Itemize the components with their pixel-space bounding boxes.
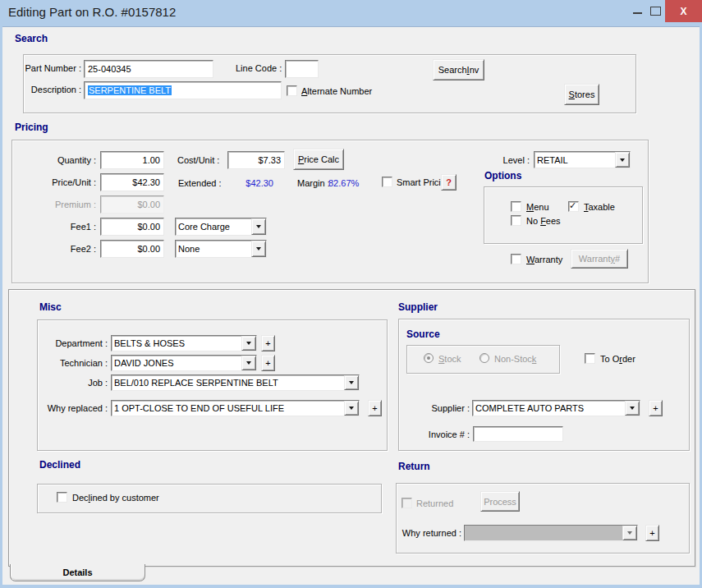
why-returned-label: Why returned : — [391, 528, 461, 539]
stock-label: Stock — [438, 354, 461, 365]
chevron-down-icon — [349, 381, 354, 384]
alternate-number-checkbox[interactable] — [287, 85, 297, 96]
options-panel — [484, 186, 643, 244]
why-replaced-select[interactable]: 1 OPT-CLOSE TO END OF USEFUL LIFE — [111, 400, 360, 416]
process-button: Process — [480, 491, 520, 512]
stock-radio — [424, 353, 434, 363]
department-label: Department : — [30, 338, 108, 349]
description-selected-text: SERPENTINE BELT — [88, 85, 172, 95]
smart-pricing-help-button[interactable]: ? — [441, 174, 457, 191]
price-calc-button[interactable]: Price Calc — [293, 149, 344, 170]
department-value: BELTS & HOSES — [112, 336, 241, 351]
stores-button[interactable]: Stores — [564, 84, 599, 105]
job-label: Job : — [30, 378, 108, 388]
options-section-header: Options — [484, 170, 521, 181]
fee1-field[interactable]: $0.00 — [100, 218, 164, 236]
fee2-field[interactable]: $0.00 — [100, 240, 164, 258]
description-field[interactable]: SERPENTINE BELT — [84, 81, 282, 99]
supplier-dropdown-arrow[interactable] — [625, 401, 640, 416]
menu-label: Menu — [526, 202, 549, 213]
non-stock-radio — [479, 353, 489, 363]
fee1-type-select[interactable]: Core Charge — [175, 218, 267, 236]
level-select[interactable]: RETAIL — [534, 151, 631, 168]
margin-value: 82.67% — [328, 178, 359, 189]
return-section-header: Return — [398, 461, 430, 472]
technician-dropdown-arrow[interactable] — [241, 356, 256, 370]
tab-details[interactable]: Details — [10, 564, 145, 581]
technician-value: DAVID JONES — [112, 356, 241, 370]
fee2-label: Fee2 : — [16, 244, 96, 255]
chevron-down-icon — [246, 342, 251, 345]
add-why-returned-button[interactable]: + — [645, 525, 659, 541]
department-select[interactable]: BELTS & HOSES — [111, 335, 257, 351]
job-value: BEL/010 REPLACE SERPENTINE BELT — [112, 375, 344, 390]
alternate-number-label: Alternate Number — [301, 86, 372, 97]
chevron-down-icon — [256, 225, 261, 228]
warranty-label: Warranty — [526, 255, 562, 265]
chevron-down-icon — [256, 247, 261, 250]
fee2-type-value: None — [176, 241, 251, 257]
cost-unit-field[interactable]: $7.33 — [227, 151, 285, 169]
job-select[interactable]: BEL/010 REPLACE SERPENTINE BELT — [111, 374, 360, 391]
quantity-label: Quantity : — [16, 155, 96, 166]
level-label: Level : — [493, 155, 530, 166]
fee1-type-value: Core Charge — [176, 218, 251, 235]
level-dropdown-arrow[interactable] — [615, 152, 630, 168]
warranty-number-button: Warranty # — [571, 249, 628, 269]
chevron-down-icon — [246, 361, 251, 365]
price-unit-field[interactable]: $42.30 — [100, 173, 164, 191]
why-returned-value — [465, 526, 622, 540]
chevron-down-icon — [627, 531, 632, 535]
supplier-section-header: Supplier — [398, 301, 438, 313]
maximize-icon — [650, 7, 661, 16]
smart-pricing-checkbox[interactable] — [382, 177, 392, 187]
department-dropdown-arrow[interactable] — [241, 336, 256, 351]
chevron-down-icon — [349, 407, 354, 410]
add-technician-button[interactable]: + — [261, 355, 275, 371]
misc-section-header: Misc — [39, 301, 62, 313]
minimize-button[interactable] — [629, 3, 647, 21]
why-replaced-dropdown-arrow[interactable] — [344, 401, 359, 416]
search-section-header: Search — [15, 33, 48, 44]
invoice-field[interactable] — [473, 426, 563, 442]
line-code-field[interactable] — [285, 60, 319, 78]
part-number-label: Part Number : — [23, 63, 81, 74]
add-supplier-button[interactable]: + — [649, 400, 663, 416]
quantity-field[interactable]: 1.00 — [100, 151, 164, 169]
cost-unit-label: Cost/Unit : — [177, 155, 219, 166]
warranty-checkbox[interactable] — [511, 254, 521, 264]
add-department-button[interactable]: + — [261, 335, 275, 351]
close-button[interactable]: X — [665, 0, 702, 22]
to-order-checkbox[interactable] — [585, 353, 595, 364]
fee2-dropdown-arrow[interactable] — [251, 241, 266, 257]
returned-checkbox — [401, 498, 412, 508]
technician-select[interactable]: DAVID JONES — [111, 355, 257, 371]
maximize-button[interactable] — [647, 3, 665, 21]
returned-label: Returned — [416, 498, 453, 509]
source-section-header: Source — [406, 328, 440, 340]
why-replaced-value: 1 OPT-CLOSE TO END OF USEFUL LIFE — [112, 401, 344, 416]
search-inv-button[interactable]: Search Inv — [433, 59, 484, 80]
taxable-checkbox[interactable] — [568, 201, 579, 212]
supplier-select[interactable]: COMPLETE AUTO PARTS — [472, 400, 640, 416]
premium-field: $0.00 — [100, 195, 164, 214]
taxable-label: Taxable — [584, 202, 615, 213]
menu-checkbox[interactable] — [511, 201, 521, 212]
fee1-dropdown-arrow[interactable] — [251, 218, 266, 235]
no-fees-checkbox[interactable] — [511, 215, 521, 226]
premium-label: Premium : — [16, 200, 96, 210]
fee2-type-select[interactable]: None — [175, 240, 267, 258]
description-label: Description : — [23, 85, 81, 95]
chevron-down-icon — [620, 158, 625, 162]
part-number-field[interactable]: 25-040345 — [84, 60, 213, 78]
line-code-label: Line Code : — [236, 63, 282, 74]
no-fees-label: No Fees — [526, 216, 561, 227]
job-dropdown-arrow[interactable] — [344, 375, 359, 390]
pricing-section-header: Pricing — [15, 122, 48, 133]
level-value: RETAIL — [535, 152, 615, 168]
dialog-window: Editing Part on R.O. #0157812 X Search P… — [0, 0, 702, 588]
to-order-label: To Order — [600, 354, 635, 365]
add-why-replaced-button[interactable]: + — [368, 400, 382, 416]
supplier-label: Supplier : — [401, 403, 470, 414]
declined-by-customer-checkbox[interactable] — [57, 492, 67, 503]
